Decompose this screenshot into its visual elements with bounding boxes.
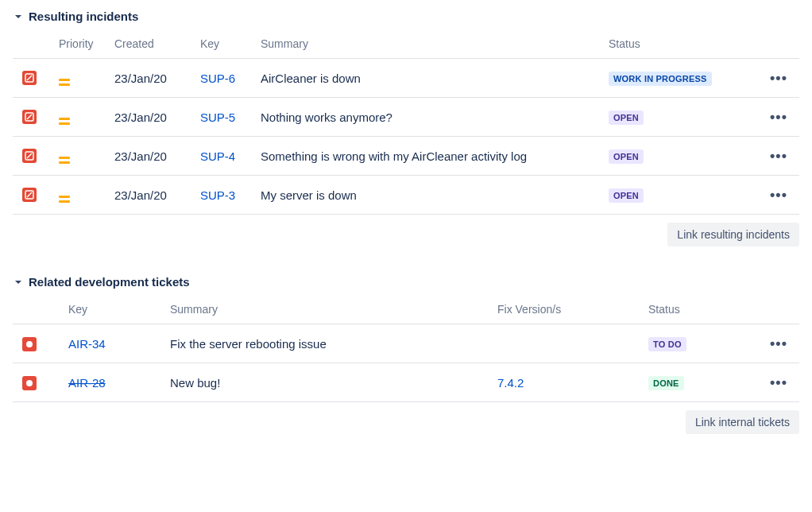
- link-resulting-incidents-button[interactable]: Link resulting incidents: [667, 223, 799, 246]
- created-cell: 23/Jan/20: [105, 176, 191, 215]
- col-key[interactable]: Key: [59, 295, 160, 324]
- incident-type-icon: [22, 188, 37, 202]
- issue-key-link[interactable]: AIR-34: [68, 337, 106, 351]
- status-badge: OPEN: [609, 188, 644, 203]
- summary-cell: New bug!: [160, 363, 488, 402]
- issue-key-link[interactable]: SUP-5: [200, 111, 235, 124]
- status-badge: DONE: [648, 376, 684, 390]
- table-row: 23/Jan/20 SUP-4 Something is wrong with …: [13, 137, 799, 176]
- col-key[interactable]: Key: [191, 29, 251, 59]
- incident-type-icon: [22, 110, 37, 124]
- table-row: 23/Jan/20 SUP-6 AirCleaner is down WORK …: [13, 59, 799, 98]
- col-status[interactable]: Status: [639, 295, 758, 324]
- issue-key-link[interactable]: SUP-3: [200, 188, 235, 202]
- svg-line-7: [27, 192, 32, 197]
- table-row: AIR-28 New bug! 7.4.2 DONE •••: [13, 363, 799, 402]
- resulting-incidents-header[interactable]: Resulting incidents: [13, 10, 799, 23]
- col-priority[interactable]: Priority: [49, 29, 105, 59]
- svg-line-3: [27, 114, 32, 119]
- section-title: Related development tickets: [29, 275, 190, 289]
- incidents-table: Priority Created Key Summary Status 23/J…: [13, 29, 799, 215]
- status-badge: OPEN: [609, 111, 644, 125]
- fix-version-link[interactable]: 7.4.2: [497, 376, 524, 390]
- issue-key-link[interactable]: AIR-28: [68, 376, 106, 390]
- resulting-incidents-section: Resulting incidents Priority Created Key…: [13, 10, 799, 246]
- priority-medium-icon: [59, 79, 70, 86]
- summary-cell: Something is wrong with my AirCleaner ac…: [251, 137, 599, 176]
- incident-type-icon: [22, 71, 37, 85]
- issue-key-link[interactable]: SUP-4: [200, 149, 235, 163]
- chevron-down-icon: [13, 11, 24, 22]
- summary-cell: Nothing works anymore?: [251, 98, 599, 137]
- table-row: AIR-34 Fix the server rebooting issue TO…: [13, 324, 799, 363]
- summary-cell: AirCleaner is down: [251, 59, 599, 98]
- col-created[interactable]: Created: [105, 29, 191, 59]
- col-summary[interactable]: Summary: [160, 295, 488, 324]
- more-actions-button[interactable]: •••: [768, 68, 790, 87]
- created-cell: 23/Jan/20: [105, 137, 191, 176]
- svg-line-1: [27, 76, 32, 80]
- dev-table: Key Summary Fix Version/s Status AIR-34 …: [13, 295, 799, 402]
- more-actions-button[interactable]: •••: [768, 373, 790, 392]
- more-actions-button[interactable]: •••: [768, 107, 790, 126]
- link-internal-tickets-button[interactable]: Link internal tickets: [686, 410, 799, 434]
- priority-medium-icon: [59, 118, 70, 125]
- col-fix[interactable]: Fix Version/s: [488, 295, 639, 324]
- created-cell: 23/Jan/20: [105, 59, 191, 98]
- section-title: Resulting incidents: [29, 10, 138, 23]
- related-dev-header[interactable]: Related development tickets: [13, 275, 799, 289]
- issue-key-link[interactable]: SUP-6: [200, 72, 235, 85]
- summary-cell: Fix the server rebooting issue: [160, 324, 488, 363]
- more-actions-button[interactable]: •••: [768, 334, 790, 353]
- chevron-down-icon: [13, 277, 24, 288]
- status-badge: TO DO: [648, 337, 686, 351]
- col-status[interactable]: Status: [599, 29, 758, 59]
- created-cell: 23/Jan/20: [105, 98, 191, 137]
- fix-version-cell: 7.4.2: [488, 363, 639, 402]
- bug-type-icon: [22, 376, 37, 390]
- table-row: 23/Jan/20 SUP-3 My server is down OPEN •…: [13, 176, 799, 215]
- bug-type-icon: [22, 337, 37, 351]
- status-badge: OPEN: [609, 149, 644, 164]
- related-dev-tickets-section: Related development tickets Key Summary …: [13, 275, 799, 434]
- svg-line-5: [27, 153, 32, 158]
- more-actions-button[interactable]: •••: [768, 185, 790, 204]
- status-badge: WORK IN PROGRESS: [609, 72, 712, 86]
- more-actions-button[interactable]: •••: [768, 146, 790, 165]
- table-row: 23/Jan/20 SUP-5 Nothing works anymore? O…: [13, 98, 799, 137]
- summary-cell: My server is down: [251, 176, 599, 215]
- col-summary[interactable]: Summary: [251, 29, 599, 59]
- priority-medium-icon: [59, 196, 70, 203]
- fix-version-cell: [488, 324, 639, 363]
- incident-type-icon: [22, 149, 37, 163]
- priority-medium-icon: [59, 157, 70, 164]
